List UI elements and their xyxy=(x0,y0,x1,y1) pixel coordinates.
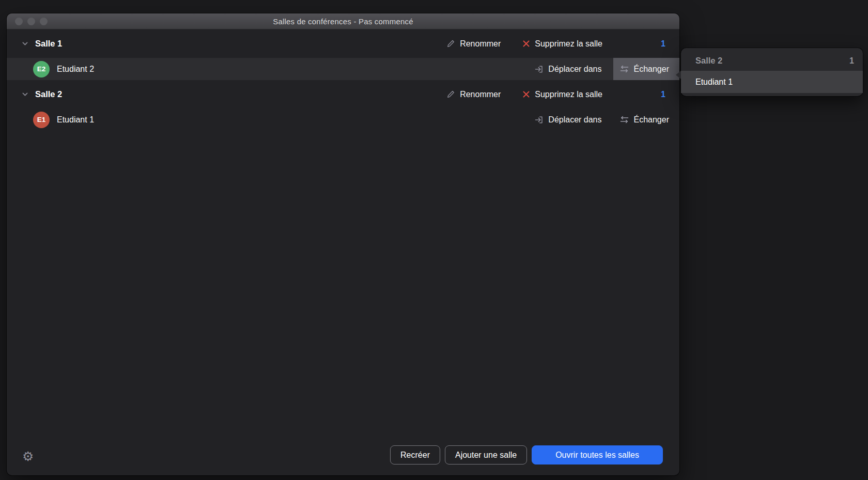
participant-name: Etudiant 1 xyxy=(57,115,94,125)
room-header-salle-2: Salle 2 Renommer Supprimez la salle 1 xyxy=(7,80,679,109)
avatar: E2 xyxy=(33,61,50,78)
exchange-button[interactable]: Échanger xyxy=(613,58,680,80)
move-into-icon xyxy=(534,65,544,74)
red-x-icon xyxy=(522,40,530,48)
room-header-salle-1: Salle 1 Renommer Supprimez la salle 1 xyxy=(7,29,679,58)
delete-room-button[interactable]: Supprimez la salle xyxy=(522,90,602,99)
traffic-lights xyxy=(15,18,48,25)
swap-arrows-icon xyxy=(619,116,629,123)
popup-participant-option[interactable]: Etudiant 1 xyxy=(681,71,863,93)
participant-row-etudiant-1[interactable]: E1 Etudiant 1 Déplacer dans Échanger xyxy=(7,109,679,131)
delete-label: Supprimez la salle xyxy=(535,90,602,99)
room-name: Salle 2 xyxy=(35,89,62,99)
move-to-label: Déplacer dans xyxy=(548,65,601,74)
popup-room-header: Salle 2 1 xyxy=(681,48,863,71)
pencil-icon xyxy=(446,90,455,99)
recreate-button[interactable]: Recréer xyxy=(390,445,440,464)
rename-room-button[interactable]: Renommer xyxy=(446,39,501,49)
participant-name: Etudiant 2 xyxy=(57,65,94,74)
delete-label: Supprimez la salle xyxy=(535,39,602,49)
participant-count-badge: 1 xyxy=(659,39,665,49)
window-title: Salles de conférences - Pas commencé xyxy=(273,17,413,26)
popup-room-name: Salle 2 xyxy=(695,56,722,66)
move-to-button[interactable]: Déplacer dans xyxy=(534,58,601,80)
participant-row-etudiant-2[interactable]: E2 Etudiant 2 Déplacer dans Échanger xyxy=(7,58,679,80)
popup-beak xyxy=(676,71,681,79)
swap-target-popup: Salle 2 1 Etudiant 1 xyxy=(681,48,863,96)
footer-buttons: Recréer Ajouter une salle Ouvrir toutes … xyxy=(390,445,663,464)
zoom-button[interactable] xyxy=(40,18,48,25)
exchange-label: Échanger xyxy=(634,115,670,125)
move-into-icon xyxy=(534,115,544,125)
popup-room-count: 1 xyxy=(849,56,854,66)
swap-arrows-icon xyxy=(619,65,629,73)
open-all-rooms-button[interactable]: Ouvrir toutes les salles xyxy=(532,445,663,464)
avatar: E1 xyxy=(33,112,50,128)
rename-room-button[interactable]: Renommer xyxy=(446,90,501,99)
red-x-icon xyxy=(522,90,530,98)
minimize-button[interactable] xyxy=(27,18,35,25)
rename-label: Renommer xyxy=(460,90,501,99)
move-to-button[interactable]: Déplacer dans xyxy=(534,109,601,131)
exchange-button[interactable]: Échanger xyxy=(613,109,680,131)
pencil-icon xyxy=(446,39,455,48)
rename-label: Renommer xyxy=(460,39,501,49)
add-room-button[interactable]: Ajouter une salle xyxy=(445,445,527,464)
settings-gear-icon[interactable]: ⚙ xyxy=(22,450,34,463)
participant-count-badge: 1 xyxy=(659,90,665,99)
chevron-down-icon[interactable] xyxy=(21,40,29,48)
breakout-rooms-window: Salles de conférences - Pas commencé Sal… xyxy=(7,13,679,475)
chevron-down-icon[interactable] xyxy=(21,90,29,98)
close-button[interactable] xyxy=(15,18,23,25)
delete-room-button[interactable]: Supprimez la salle xyxy=(522,39,602,49)
exchange-label: Échanger xyxy=(634,65,670,74)
title-bar: Salles de conférences - Pas commencé xyxy=(7,13,679,29)
move-to-label: Déplacer dans xyxy=(548,115,601,125)
room-name: Salle 1 xyxy=(35,39,62,49)
